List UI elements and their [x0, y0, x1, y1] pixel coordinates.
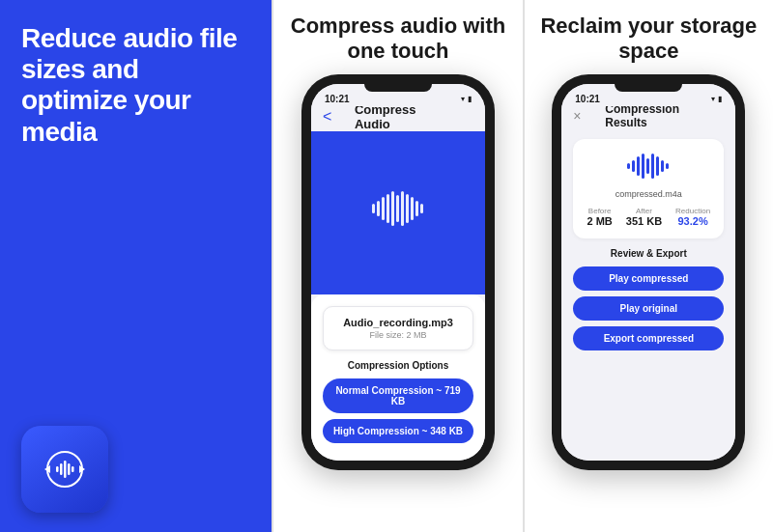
app-icon-graphic — [39, 443, 91, 495]
svg-rect-4 — [68, 463, 71, 475]
status-icons-1: ▾ ▮ — [461, 95, 472, 103]
phone-1-inner: 10:21 ▾ ▮ < Compress Audio — [311, 84, 485, 461]
file-size-text: File size: 2 MB — [335, 330, 461, 340]
status-time-2: 10:21 — [575, 94, 600, 104]
phone1-title: Compress Audio — [355, 102, 442, 131]
svg-rect-8 — [627, 163, 630, 169]
app-icon-wrapper — [21, 426, 250, 513]
panel2-headline: Compress audio with one touch — [283, 14, 512, 65]
panel1-headline: Reduce audio file sizes and optimize you… — [21, 23, 250, 148]
after-label: After — [626, 207, 662, 215]
svg-rect-5 — [72, 466, 74, 472]
svg-rect-1 — [56, 466, 59, 472]
panel-left: Reduce audio file sizes and optimize you… — [0, 0, 272, 532]
battery-icon: ▮ — [468, 95, 472, 103]
normal-compression-btn[interactable]: Normal Compression ~ 719 KB — [323, 378, 473, 413]
before-value: 2 MB — [587, 215, 613, 227]
status-time-1: 10:21 — [325, 94, 350, 104]
stat-after: After 351 KB — [626, 207, 662, 227]
phone1-header: < Compress Audio — [311, 106, 485, 131]
before-label: Before — [587, 207, 613, 215]
panel-right: Reclaim your storage space 10:21 ▾ ▮ × C… — [525, 0, 773, 532]
svg-rect-12 — [646, 158, 649, 174]
phone-notch-1 — [364, 84, 432, 92]
compression-options-label: Compression Options — [323, 360, 473, 371]
file-name: Audio_recording.mp3 — [335, 317, 461, 328]
file-info-card: Audio_recording.mp3 File size: 2 MB — [323, 306, 473, 350]
phone-2-inner: 10:21 ▾ ▮ × Compression Results — [561, 84, 735, 461]
phone-2: 10:21 ▾ ▮ × Compression Results — [552, 74, 745, 470]
battery-icon-2: ▮ — [718, 95, 722, 103]
reduction-value: 93.2% — [675, 215, 710, 227]
app-icon — [21, 426, 108, 513]
blue-area — [311, 131, 485, 294]
play-original-btn[interactable]: Play original — [573, 296, 724, 321]
result-card: compressed.m4a Before 2 MB After 351 KB … — [573, 139, 724, 238]
svg-rect-13 — [651, 154, 654, 179]
stat-reduction: Reduction 93.2% — [675, 207, 710, 227]
export-section-label: Review & Export — [573, 248, 724, 259]
phone-1: 10:21 ▾ ▮ < Compress Audio — [301, 74, 495, 470]
result-waveform-svg — [624, 151, 673, 182]
svg-rect-9 — [632, 160, 635, 172]
result-waveform — [624, 151, 673, 185]
result-filename: compressed.m4a — [616, 189, 682, 199]
wifi-icon: ▾ — [461, 95, 465, 103]
wifi-icon-2: ▾ — [711, 95, 715, 103]
stat-before: Before 2 MB — [587, 207, 613, 227]
phone2-header: × Compression Results — [561, 106, 735, 129]
svg-rect-14 — [656, 156, 659, 176]
svg-rect-16 — [666, 163, 669, 169]
svg-rect-15 — [661, 160, 664, 172]
after-value: 351 KB — [626, 215, 662, 227]
phone-notch-2 — [615, 84, 682, 92]
status-icons-2: ▾ ▮ — [711, 95, 722, 103]
export-compressed-btn[interactable]: Export compressed — [573, 326, 724, 350]
svg-rect-11 — [642, 154, 644, 179]
high-compression-btn[interactable]: High Compression ~ 348 KB — [323, 419, 473, 443]
panel-center: Compress audio with one touch 10:21 ▾ ▮ … — [273, 0, 522, 532]
svg-rect-3 — [64, 461, 67, 478]
panel3-headline: Reclaim your storage space — [534, 14, 763, 65]
reduction-label: Reduction — [675, 207, 710, 215]
play-compressed-btn[interactable]: Play compressed — [573, 266, 724, 291]
phone2-white-area: compressed.m4a Before 2 MB After 351 KB … — [561, 129, 735, 461]
svg-rect-10 — [637, 156, 640, 176]
back-icon[interactable]: < — [323, 108, 331, 126]
phone2-title: Compression Results — [605, 102, 692, 129]
phone1-white-area: Audio_recording.mp3 File size: 2 MB Comp… — [311, 294, 485, 461]
svg-rect-2 — [60, 463, 63, 475]
close-icon[interactable]: × — [573, 108, 581, 124]
audio-waveform-1 — [372, 191, 423, 226]
result-stats: Before 2 MB After 351 KB Reduction 93.2% — [587, 207, 711, 227]
